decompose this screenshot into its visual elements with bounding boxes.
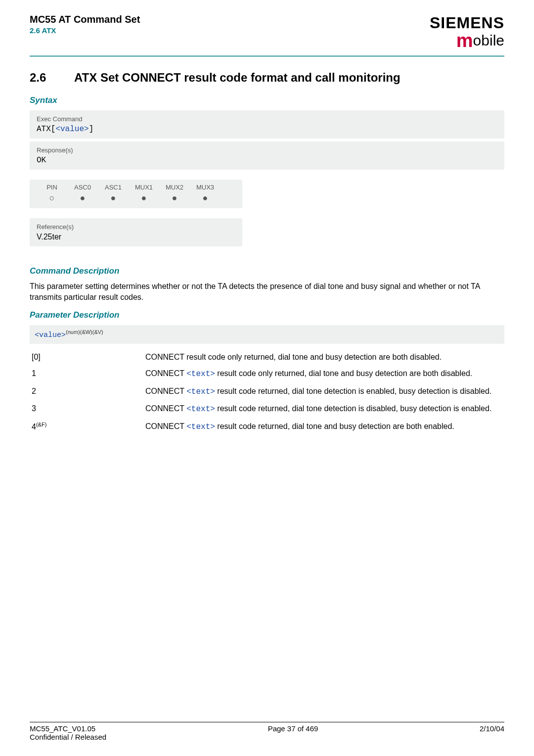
brand-sub-m: m bbox=[456, 30, 473, 51]
reference-value: V.25ter bbox=[37, 233, 235, 241]
brand-subtitle: mobile bbox=[430, 30, 504, 51]
response-label: Response(s) bbox=[37, 146, 497, 154]
doc-section-ref: 2.6 ATX bbox=[30, 26, 140, 35]
param-val-3: CONNECT <text> result code returned, dia… bbox=[143, 400, 504, 418]
param-key-3: 3 bbox=[30, 400, 143, 418]
page-header: MC55 AT Command Set 2.6 ATX SIEMENS mobi… bbox=[30, 14, 504, 51]
param-key-4-sup: (&F) bbox=[36, 422, 46, 427]
pin-col-mux2: MUX2 bbox=[159, 184, 190, 191]
pin-header-row: PIN ASC0 ASC1 MUX1 MUX2 MUX3 bbox=[30, 180, 242, 193]
response-value: OK bbox=[37, 156, 497, 165]
exec-command-value: ATX[<value>] bbox=[37, 125, 497, 134]
reference-label: Reference(s) bbox=[37, 223, 235, 231]
pin-dot-4: ● bbox=[159, 193, 190, 203]
param-val-1-pre: CONNECT bbox=[145, 369, 186, 378]
param-val-4: CONNECT <text> result code returned, dia… bbox=[143, 418, 504, 436]
exec-param-link[interactable]: <value> bbox=[55, 125, 89, 134]
pin-support-box: PIN ASC0 ASC1 MUX1 MUX2 MUX3 ○ ● ● ● ● ● bbox=[30, 180, 242, 208]
header-right: SIEMENS mobile bbox=[430, 14, 504, 51]
param-val-4-post: result code returned, dial tone and busy… bbox=[215, 422, 454, 430]
param-key-0-text: [0] bbox=[32, 353, 41, 361]
pin-dot-2: ● bbox=[98, 193, 129, 203]
brand-logo: SIEMENS bbox=[430, 14, 504, 32]
table-row: 1 CONNECT <text> result code only return… bbox=[30, 365, 504, 383]
param-code-sup: (num)(&W)(&V) bbox=[66, 329, 103, 335]
footer-left: MC55_ATC_V01.05 Confidential / Released bbox=[30, 724, 106, 741]
table-row: 3 CONNECT <text> result code returned, d… bbox=[30, 400, 504, 418]
brand-sub-rest: obile bbox=[473, 32, 504, 48]
pin-col-mux1: MUX1 bbox=[129, 184, 159, 191]
param-key-4-text: 4 bbox=[32, 423, 36, 431]
doc-title: MC55 AT Command Set bbox=[30, 14, 140, 25]
footer-doc-id: MC55_ATC_V01.05 bbox=[30, 724, 106, 733]
table-row: 4(&F) CONNECT <text> result code returne… bbox=[30, 418, 504, 436]
param-desc-heading: Parameter Description bbox=[30, 310, 504, 320]
page-footer: MC55_ATC_V01.05 Confidential / Released … bbox=[30, 722, 504, 741]
param-val-1-post: result code only returned, dial tone and… bbox=[215, 369, 472, 378]
param-key-1: 1 bbox=[30, 365, 143, 383]
param-key-2: 2 bbox=[30, 383, 143, 401]
param-val-2-pre: CONNECT bbox=[145, 387, 186, 395]
param-val-1: CONNECT <text> result code only returned… bbox=[143, 365, 504, 383]
pin-dot-5: ● bbox=[190, 193, 221, 203]
footer-rule bbox=[30, 722, 504, 722]
pin-col-asc0: ASC0 bbox=[67, 184, 98, 191]
header-rule bbox=[30, 55, 504, 57]
pin-dot-0: ○ bbox=[37, 193, 67, 203]
pin-dot-1: ● bbox=[67, 193, 98, 203]
text-link[interactable]: <text> bbox=[186, 423, 215, 431]
footer-date: 2/10/04 bbox=[480, 724, 504, 741]
exec-command-label: Exec Command bbox=[37, 115, 497, 123]
section-title: ATX Set CONNECT result code format and c… bbox=[74, 71, 400, 84]
command-desc-heading: Command Description bbox=[30, 266, 504, 276]
param-key-0: [0] bbox=[30, 349, 143, 366]
pin-dot-3: ● bbox=[129, 193, 159, 203]
param-code[interactable]: <value> bbox=[35, 331, 66, 340]
param-key-3-text: 3 bbox=[32, 404, 36, 413]
pin-col-mux3: MUX3 bbox=[190, 184, 221, 191]
text-link[interactable]: <text> bbox=[186, 370, 215, 378]
table-row: [0] CONNECT result code only returned, d… bbox=[30, 349, 504, 366]
exec-pre: ATX[ bbox=[37, 125, 55, 134]
response-box: Response(s) OK bbox=[30, 142, 504, 170]
param-key-2-text: 2 bbox=[32, 387, 36, 395]
footer-page: Page 37 of 469 bbox=[268, 724, 318, 741]
param-table: [0] CONNECT result code only returned, d… bbox=[30, 349, 504, 436]
section-heading: 2.6ATX Set CONNECT result code format an… bbox=[30, 71, 504, 85]
param-val-3-pre: CONNECT bbox=[145, 404, 186, 413]
param-val-2-post: result code returned, dial tone detectio… bbox=[215, 387, 491, 395]
param-key-4: 4(&F) bbox=[30, 418, 143, 436]
section-number: 2.6 bbox=[30, 71, 74, 85]
exec-post: ] bbox=[89, 125, 94, 134]
syntax-heading: Syntax bbox=[30, 95, 504, 105]
param-val-0: CONNECT result code only returned, dial … bbox=[143, 349, 504, 366]
text-link[interactable]: <text> bbox=[186, 387, 215, 396]
param-header-box: <value>(num)(&W)(&V) bbox=[30, 325, 504, 343]
pin-col-asc1: ASC1 bbox=[98, 184, 129, 191]
pin-dot-row: ○ ● ● ● ● ● bbox=[30, 193, 242, 208]
param-val-3-post: result code returned, dial tone detectio… bbox=[215, 404, 491, 413]
pin-col-pin: PIN bbox=[37, 184, 67, 191]
param-key-1-text: 1 bbox=[32, 369, 36, 378]
table-row: 2 CONNECT <text> result code returned, d… bbox=[30, 383, 504, 401]
exec-command-box: Exec Command ATX[<value>] bbox=[30, 110, 504, 139]
command-desc-text: This parameter setting determines whethe… bbox=[30, 281, 504, 302]
footer-confidential: Confidential / Released bbox=[30, 733, 106, 741]
header-left: MC55 AT Command Set 2.6 ATX bbox=[30, 14, 140, 35]
reference-box: Reference(s) V.25ter bbox=[30, 218, 242, 246]
param-val-2: CONNECT <text> result code returned, dia… bbox=[143, 383, 504, 401]
param-val-0-text: CONNECT result code only returned, dial … bbox=[145, 353, 442, 361]
param-val-4-pre: CONNECT bbox=[145, 422, 186, 430]
text-link[interactable]: <text> bbox=[186, 405, 215, 414]
